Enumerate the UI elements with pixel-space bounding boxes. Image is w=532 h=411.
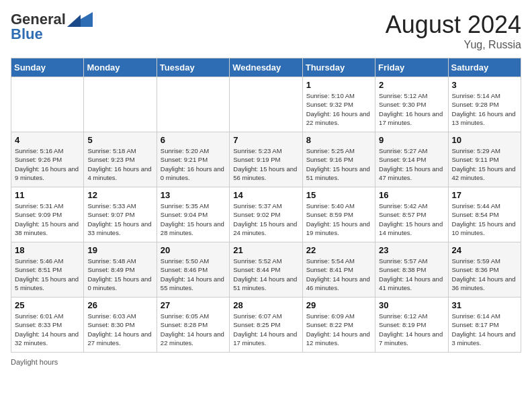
day-number: 11	[15, 190, 80, 200]
day-cell: 8Sunrise: 5:25 AM Sunset: 9:16 PM Daylig…	[302, 132, 375, 187]
week-row-4: 18Sunrise: 5:46 AM Sunset: 8:51 PM Dayli…	[11, 242, 521, 298]
day-cell: 16Sunrise: 5:42 AM Sunset: 8:57 PM Dayli…	[375, 187, 448, 242]
day-cell: 24Sunrise: 5:59 AM Sunset: 8:36 PM Dayli…	[448, 242, 521, 298]
day-cell: 6Sunrise: 5:20 AM Sunset: 9:21 PM Daylig…	[157, 132, 229, 187]
day-info: Sunrise: 5:10 AM Sunset: 9:32 PM Dayligh…	[306, 91, 371, 127]
day-cell: 18Sunrise: 5:46 AM Sunset: 8:51 PM Dayli…	[11, 242, 84, 298]
day-number: 12	[87, 190, 152, 200]
day-cell	[157, 77, 229, 132]
col-header-thursday: Thursday	[302, 58, 375, 77]
day-cell: 20Sunrise: 5:50 AM Sunset: 8:46 PM Dayli…	[157, 242, 229, 298]
day-number: 6	[161, 135, 226, 145]
day-cell	[11, 77, 84, 132]
day-number: 10	[452, 135, 517, 145]
day-info: Sunrise: 5:23 AM Sunset: 9:19 PM Dayligh…	[233, 146, 298, 182]
day-cell: 9Sunrise: 5:27 AM Sunset: 9:14 PM Daylig…	[375, 132, 448, 187]
day-cell: 26Sunrise: 6:03 AM Sunset: 8:30 PM Dayli…	[84, 298, 157, 353]
col-header-saturday: Saturday	[448, 58, 521, 77]
month-year: August 2024	[386, 11, 521, 39]
week-row-3: 11Sunrise: 5:31 AM Sunset: 9:09 PM Dayli…	[11, 187, 521, 242]
day-cell: 25Sunrise: 6:01 AM Sunset: 8:33 PM Dayli…	[11, 298, 84, 353]
day-cell: 17Sunrise: 5:44 AM Sunset: 8:54 PM Dayli…	[448, 187, 521, 242]
day-info: Sunrise: 5:46 AM Sunset: 8:51 PM Dayligh…	[15, 257, 80, 292]
day-number: 21	[233, 245, 298, 255]
day-info: Sunrise: 5:52 AM Sunset: 8:44 PM Dayligh…	[233, 257, 298, 292]
day-cell	[84, 77, 157, 132]
logo-icon	[67, 12, 93, 27]
calendar-table: SundayMondayTuesdayWednesdayThursdayFrid…	[11, 58, 521, 353]
day-number: 4	[15, 135, 80, 145]
day-info: Sunrise: 5:31 AM Sunset: 9:09 PM Dayligh…	[15, 201, 80, 237]
week-row-2: 4Sunrise: 5:16 AM Sunset: 9:26 PM Daylig…	[11, 132, 521, 187]
day-info: Sunrise: 5:29 AM Sunset: 9:11 PM Dayligh…	[452, 146, 517, 182]
day-info: Sunrise: 6:05 AM Sunset: 8:28 PM Dayligh…	[161, 312, 226, 347]
day-cell: 31Sunrise: 6:14 AM Sunset: 8:17 PM Dayli…	[448, 298, 521, 353]
day-number: 29	[306, 300, 371, 310]
day-cell: 11Sunrise: 5:31 AM Sunset: 9:09 PM Dayli…	[11, 187, 84, 242]
day-info: Sunrise: 5:54 AM Sunset: 8:41 PM Dayligh…	[306, 257, 371, 292]
day-number: 15	[306, 190, 371, 200]
day-number: 7	[233, 135, 298, 145]
day-cell: 30Sunrise: 6:12 AM Sunset: 8:19 PM Dayli…	[375, 298, 448, 353]
day-number: 13	[161, 190, 226, 200]
day-info: Sunrise: 5:42 AM Sunset: 8:57 PM Dayligh…	[379, 201, 444, 237]
day-info: Sunrise: 6:12 AM Sunset: 8:19 PM Dayligh…	[379, 312, 444, 347]
day-cell: 5Sunrise: 5:18 AM Sunset: 9:23 PM Daylig…	[84, 132, 157, 187]
day-info: Sunrise: 5:18 AM Sunset: 9:23 PM Dayligh…	[87, 146, 152, 182]
day-info: Sunrise: 6:09 AM Sunset: 8:22 PM Dayligh…	[306, 312, 371, 347]
day-cell: 2Sunrise: 5:12 AM Sunset: 9:30 PM Daylig…	[375, 77, 448, 132]
day-cell: 1Sunrise: 5:10 AM Sunset: 9:32 PM Daylig…	[302, 77, 375, 132]
day-number: 24	[452, 245, 517, 255]
day-info: Sunrise: 5:40 AM Sunset: 8:59 PM Dayligh…	[306, 201, 371, 237]
col-header-monday: Monday	[84, 58, 157, 77]
location: Yug, Russia	[386, 39, 521, 51]
day-info: Sunrise: 5:33 AM Sunset: 9:07 PM Dayligh…	[87, 201, 152, 237]
day-cell: 12Sunrise: 5:33 AM Sunset: 9:07 PM Dayli…	[84, 187, 157, 242]
day-info: Sunrise: 5:16 AM Sunset: 9:26 PM Dayligh…	[15, 146, 80, 182]
day-number: 31	[452, 300, 517, 310]
day-info: Sunrise: 5:48 AM Sunset: 8:49 PM Dayligh…	[87, 257, 152, 292]
day-number: 23	[379, 245, 444, 255]
title-block: August 2024 Yug, Russia	[386, 11, 521, 51]
day-info: Sunrise: 6:07 AM Sunset: 8:25 PM Dayligh…	[233, 312, 298, 347]
svg-marker-1	[67, 15, 81, 27]
day-number: 2	[379, 80, 444, 90]
col-header-tuesday: Tuesday	[157, 58, 229, 77]
day-number: 27	[161, 300, 226, 310]
day-number: 9	[379, 135, 444, 145]
page-header: General Blue August 2024 Yug, Russia	[11, 11, 521, 51]
calendar-header-row: SundayMondayTuesdayWednesdayThursdayFrid…	[11, 58, 521, 77]
day-info: Sunrise: 6:03 AM Sunset: 8:30 PM Dayligh…	[87, 312, 152, 347]
day-number: 22	[306, 245, 371, 255]
day-number: 28	[233, 300, 298, 310]
day-info: Sunrise: 6:01 AM Sunset: 8:33 PM Dayligh…	[15, 312, 80, 347]
day-number: 19	[87, 245, 152, 255]
day-cell: 22Sunrise: 5:54 AM Sunset: 8:41 PM Dayli…	[302, 242, 375, 298]
week-row-1: 1Sunrise: 5:10 AM Sunset: 9:32 PM Daylig…	[11, 77, 521, 132]
day-number: 16	[379, 190, 444, 200]
day-info: Sunrise: 5:37 AM Sunset: 9:02 PM Dayligh…	[233, 201, 298, 237]
day-number: 25	[15, 300, 80, 310]
logo: General Blue	[11, 11, 93, 43]
daylight-label: Daylight hours	[11, 358, 58, 366]
day-number: 8	[306, 135, 371, 145]
footer: Daylight hours	[11, 358, 521, 366]
day-cell: 13Sunrise: 5:35 AM Sunset: 9:04 PM Dayli…	[157, 187, 229, 242]
day-number: 26	[87, 300, 152, 310]
day-number: 30	[379, 300, 444, 310]
day-info: Sunrise: 5:12 AM Sunset: 9:30 PM Dayligh…	[379, 91, 444, 127]
day-cell: 4Sunrise: 5:16 AM Sunset: 9:26 PM Daylig…	[11, 132, 84, 187]
day-number: 18	[15, 245, 80, 255]
day-number: 1	[306, 80, 371, 90]
day-number: 3	[452, 80, 517, 90]
day-info: Sunrise: 5:44 AM Sunset: 8:54 PM Dayligh…	[452, 201, 517, 237]
day-info: Sunrise: 6:14 AM Sunset: 8:17 PM Dayligh…	[452, 312, 517, 347]
day-cell: 23Sunrise: 5:57 AM Sunset: 8:38 PM Dayli…	[375, 242, 448, 298]
day-cell: 28Sunrise: 6:07 AM Sunset: 8:25 PM Dayli…	[230, 298, 302, 353]
day-info: Sunrise: 5:14 AM Sunset: 9:28 PM Dayligh…	[452, 91, 517, 127]
col-header-friday: Friday	[375, 58, 448, 77]
day-info: Sunrise: 5:57 AM Sunset: 8:38 PM Dayligh…	[379, 257, 444, 292]
col-header-sunday: Sunday	[11, 58, 84, 77]
day-cell: 21Sunrise: 5:52 AM Sunset: 8:44 PM Dayli…	[230, 242, 302, 298]
col-header-wednesday: Wednesday	[230, 58, 302, 77]
